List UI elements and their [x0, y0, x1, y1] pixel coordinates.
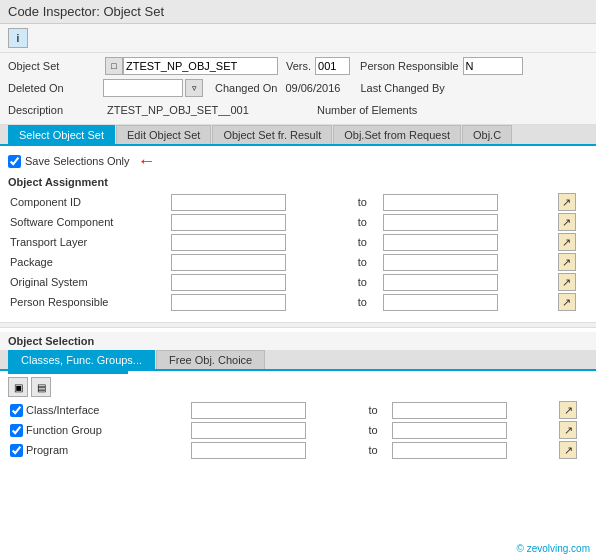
software-component-nav-icon[interactable]: ↗: [558, 213, 576, 231]
function-group-input2[interactable]: [392, 422, 507, 439]
original-system-label: Original System: [8, 272, 169, 292]
component-id-nav-icon[interactable]: ↗: [558, 193, 576, 211]
description-label: Description: [8, 104, 103, 116]
to-label-5: to: [344, 272, 381, 292]
person-responsible-row-label: Person Responsible: [8, 292, 169, 312]
function-group-chk-label[interactable]: Function Group: [10, 424, 130, 437]
num-elements-label: Number of Elements: [313, 104, 417, 116]
save-selections-row: Save Selections Only ←: [8, 152, 588, 170]
class-interface-input2[interactable]: [392, 402, 507, 419]
program-nav-icon[interactable]: ↗: [559, 441, 577, 459]
object-set-input[interactable]: [123, 57, 278, 75]
vers-label: Vers.: [282, 60, 311, 72]
tab-obj-c[interactable]: Obj.C: [462, 125, 512, 144]
table-row: Person Responsible to ↗: [8, 292, 588, 312]
person-responsible-input[interactable]: [463, 57, 523, 75]
to-label-3: to: [344, 232, 381, 252]
package-input2[interactable]: [383, 254, 498, 271]
tab-edit-object-set[interactable]: Edit Object Set: [116, 125, 211, 144]
tab-select-object-set[interactable]: Select Object Set: [8, 125, 115, 144]
table-row: Transport Layer to ↗: [8, 232, 588, 252]
assignment-table: Component ID to ↗ Software Component to …: [8, 192, 588, 312]
original-system-input1[interactable]: [171, 274, 286, 291]
object-set-label: Object Set: [8, 60, 103, 72]
to-obj-1: to: [356, 400, 391, 420]
select-all-icon[interactable]: ▣: [8, 377, 28, 397]
program-checkbox[interactable]: [10, 444, 23, 457]
program-input1[interactable]: [191, 442, 306, 459]
deleted-on-cal-btn[interactable]: ▿: [185, 79, 203, 97]
software-component-input2[interactable]: [383, 214, 498, 231]
transport-layer-input1[interactable]: [171, 234, 286, 251]
software-component-label: Software Component: [8, 212, 169, 232]
program-input2[interactable]: [392, 442, 507, 459]
transport-layer-label: Transport Layer: [8, 232, 169, 252]
person-responsible-row-input1[interactable]: [171, 294, 286, 311]
description-row: Description ZTEST_NP_OBJ_SET__001 Number…: [8, 100, 588, 120]
table-row: Function Group to ↗: [8, 420, 588, 440]
class-interface-input1[interactable]: [191, 402, 306, 419]
software-component-input1[interactable]: [171, 214, 286, 231]
class-interface-chk-label[interactable]: Class/Interface: [10, 404, 130, 417]
title-bar: Code Inspector: Object Set: [0, 0, 596, 24]
table-row: Component ID to ↗: [8, 192, 588, 212]
main-tab-bar: Select Object Set Edit Object Set Object…: [0, 125, 596, 146]
save-selections-checkbox[interactable]: [8, 155, 21, 168]
person-responsible-label: Person Responsible: [356, 60, 458, 72]
person-responsible-row-input2[interactable]: [383, 294, 498, 311]
class-interface-checkbox[interactable]: [10, 404, 23, 417]
function-group-label: Function Group: [26, 424, 102, 436]
table-row: Program to ↗: [8, 440, 588, 460]
class-interface-nav-icon[interactable]: ↗: [559, 401, 577, 419]
function-group-nav-icon[interactable]: ↗: [559, 421, 577, 439]
icon-toolbar: ▣ ▤: [0, 374, 596, 400]
to-label-1: to: [344, 192, 381, 212]
content-area: Save Selections Only ← Object Assignment…: [0, 146, 596, 318]
person-responsible-row-nav-icon[interactable]: ↗: [558, 293, 576, 311]
transport-layer-nav-icon[interactable]: ↗: [558, 233, 576, 251]
obj-table: Class/Interface to ↗ Function Group to ↗…: [8, 400, 588, 460]
object-set-row: Object Set □ Vers. Person Responsible: [8, 56, 588, 76]
table-row: Class/Interface to ↗: [8, 400, 588, 420]
vers-input[interactable]: [315, 57, 350, 75]
footer-text: © zevolving.com: [516, 543, 590, 554]
toolbar: i: [0, 24, 596, 53]
object-assignment-header: Object Assignment: [8, 176, 588, 188]
footer: © zevolving.com: [516, 543, 590, 554]
original-system-nav-icon[interactable]: ↗: [558, 273, 576, 291]
original-system-input2[interactable]: [383, 274, 498, 291]
save-selections-label[interactable]: Save Selections Only: [8, 155, 130, 168]
sub-tab-free-obj[interactable]: Free Obj. Choice: [156, 350, 265, 369]
function-group-checkbox[interactable]: [10, 424, 23, 437]
to-label-6: to: [344, 292, 381, 312]
changed-on-value: 09/06/2016: [281, 82, 356, 94]
program-chk-label[interactable]: Program: [10, 444, 130, 457]
class-interface-label: Class/Interface: [26, 404, 99, 416]
to-label-4: to: [344, 252, 381, 272]
deleted-on-label: Deleted On: [8, 82, 103, 94]
deleted-on-row: Deleted On ▿ Changed On 09/06/2016 Last …: [8, 78, 588, 98]
transport-layer-input2[interactable]: [383, 234, 498, 251]
package-input1[interactable]: [171, 254, 286, 271]
component-id-label: Component ID: [8, 192, 169, 212]
info-icon[interactable]: i: [8, 28, 28, 48]
object-set-browse-btn[interactable]: □: [105, 57, 123, 75]
package-nav-icon[interactable]: ↗: [558, 253, 576, 271]
to-obj-3: to: [356, 440, 391, 460]
sub-tab-bar: Classes, Func. Groups... Free Obj. Choic…: [0, 350, 596, 371]
tab-object-set-result[interactable]: Object Set fr. Result: [212, 125, 332, 144]
divider: [0, 322, 596, 328]
tab-obj-set-request[interactable]: Obj.Set from Request: [333, 125, 461, 144]
object-selection-header: Object Selection: [0, 332, 596, 350]
function-group-input1[interactable]: [191, 422, 306, 439]
deselect-all-icon[interactable]: ▤: [31, 377, 51, 397]
to-obj-2: to: [356, 420, 391, 440]
component-id-input2[interactable]: [383, 194, 498, 211]
package-label: Package: [8, 252, 169, 272]
deleted-on-input[interactable]: [103, 79, 183, 97]
table-row: Software Component to ↗: [8, 212, 588, 232]
arrow-indicator: ←: [138, 152, 156, 170]
sub-tab-classes[interactable]: Classes, Func. Groups...: [8, 350, 155, 369]
component-id-input1[interactable]: [171, 194, 286, 211]
header-section: Object Set □ Vers. Person Responsible De…: [0, 53, 596, 125]
